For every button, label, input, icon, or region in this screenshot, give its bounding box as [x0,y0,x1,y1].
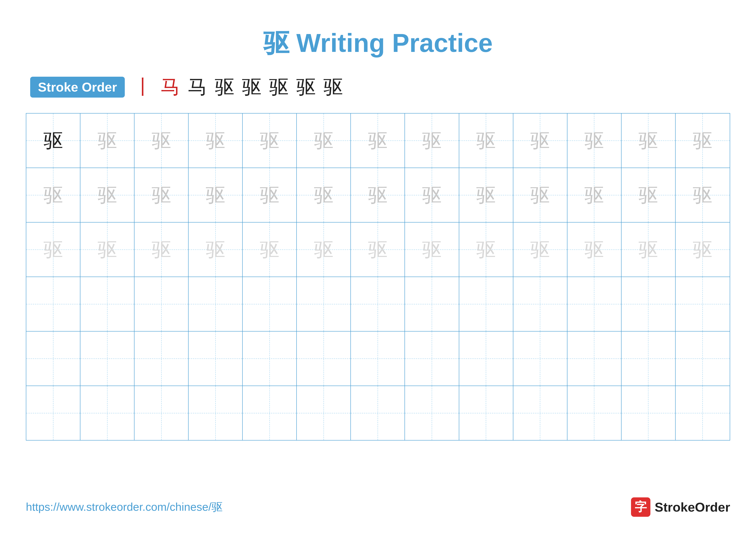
char-light: 驱 [260,186,279,205]
char-light: 驱 [368,131,388,150]
grid-cell[interactable] [459,277,513,331]
char-lighter: 驱 [584,240,604,259]
grid-cell[interactable]: 驱 [676,168,730,222]
grid-cell[interactable]: 驱 [676,222,730,277]
grid-cell[interactable]: 驱 [297,114,351,167]
grid-cell[interactable]: 驱 [26,222,80,277]
grid-cell[interactable]: 驱 [80,168,134,222]
char-lighter: 驱 [43,240,63,259]
char-light: 驱 [422,186,442,205]
grid-cell[interactable]: 驱 [189,222,243,277]
grid-cell[interactable]: 驱 [459,114,513,167]
grid-cell[interactable]: 驱 [351,168,405,222]
grid-cell[interactable]: 驱 [622,114,676,167]
grid-cell[interactable] [189,277,243,331]
grid-cell[interactable] [134,277,189,331]
grid-cell[interactable]: 驱 [405,114,459,167]
grid-cell[interactable]: 驱 [567,114,622,167]
grid-cell[interactable] [351,277,405,331]
grid-cell[interactable]: 驱 [567,222,622,277]
grid-cell[interactable]: 驱 [622,168,676,222]
grid-cell[interactable] [26,386,80,440]
grid-cell[interactable]: 驱 [297,168,351,222]
char-light: 驱 [422,131,442,150]
grid-cell[interactable] [243,332,297,386]
grid-cell[interactable]: 驱 [189,114,243,167]
grid-cell[interactable] [80,277,134,331]
char-lighter: 驱 [530,240,550,259]
grid-cell[interactable] [80,386,134,440]
char-light: 驱 [584,186,604,205]
grid-cell[interactable] [297,277,351,331]
grid-cell[interactable]: 驱 [676,114,730,167]
grid-cell[interactable] [622,332,676,386]
grid-cell[interactable]: 驱 [351,114,405,167]
grid-cell[interactable] [513,332,567,386]
grid-cell[interactable] [513,386,567,440]
grid-cell[interactable] [459,332,513,386]
grid-cell[interactable] [297,386,351,440]
grid-cell[interactable]: 驱 [567,168,622,222]
grid-cell[interactable] [567,332,622,386]
grid-cell[interactable]: 驱 [134,222,189,277]
grid-cell[interactable]: 驱 [243,222,297,277]
practice-grid: 驱 驱 驱 驱 驱 驱 驱 驱 驱 驱 驱 驱 驱 驱 驱 驱 驱 驱 驱 驱 … [26,113,730,441]
grid-cell[interactable]: 驱 [351,222,405,277]
grid-cell[interactable] [513,277,567,331]
char-light: 驱 [368,186,388,205]
grid-cell[interactable] [676,386,730,440]
grid-cell[interactable] [189,332,243,386]
grid-cell[interactable]: 驱 [134,114,189,167]
grid-cell[interactable]: 驱 [513,114,567,167]
grid-cell[interactable]: 驱 [26,168,80,222]
grid-row-5 [26,332,730,386]
grid-cell[interactable]: 驱 [513,168,567,222]
grid-cell[interactable] [567,277,622,331]
grid-cell[interactable] [26,332,80,386]
char-light: 驱 [206,131,225,150]
char-light: 驱 [152,131,171,150]
grid-cell[interactable]: 驱 [459,168,513,222]
grid-cell[interactable] [351,332,405,386]
grid-cell[interactable] [243,277,297,331]
grid-cell[interactable] [676,277,730,331]
grid-cell[interactable]: 驱 [243,114,297,167]
grid-cell[interactable] [26,277,80,331]
grid-cell[interactable] [297,332,351,386]
grid-cell[interactable]: 驱 [405,168,459,222]
char-light: 驱 [476,131,496,150]
grid-cell[interactable]: 驱 [405,222,459,277]
grid-cell[interactable] [567,386,622,440]
grid-cell[interactable]: 驱 [243,168,297,222]
char-lighter: 驱 [97,240,117,259]
grid-cell[interactable]: 驱 [80,222,134,277]
grid-cell[interactable]: 驱 [189,168,243,222]
stroke-order-badge: Stroke Order [30,77,125,98]
grid-cell[interactable] [405,386,459,440]
grid-cell[interactable] [189,386,243,440]
grid-cell[interactable]: 驱 [80,114,134,167]
grid-cell[interactable] [134,386,189,440]
grid-cell[interactable] [622,277,676,331]
grid-cell[interactable]: 驱 [622,222,676,277]
grid-cell[interactable] [351,386,405,440]
footer-url: https://www.strokeorder.com/chinese/驱 [26,499,223,515]
grid-cell[interactable]: 驱 [297,222,351,277]
grid-cell[interactable] [134,332,189,386]
grid-cell[interactable] [459,386,513,440]
grid-row-4 [26,277,730,332]
grid-cell[interactable]: 驱 [134,168,189,222]
grid-cell[interactable] [405,332,459,386]
grid-cell[interactable]: 驱 [513,222,567,277]
char-light: 驱 [97,131,117,150]
logo-text: StrokeOrder [655,500,730,515]
grid-cell[interactable] [676,332,730,386]
grid-row-3: 驱 驱 驱 驱 驱 驱 驱 驱 驱 驱 驱 驱 驱 [26,222,730,277]
grid-cell[interactable] [405,277,459,331]
char-light: 驱 [638,186,658,205]
grid-cell[interactable]: 驱 [459,222,513,277]
grid-cell[interactable]: 驱 [26,114,80,167]
grid-cell[interactable] [622,386,676,440]
grid-cell[interactable] [80,332,134,386]
grid-cell[interactable] [243,386,297,440]
